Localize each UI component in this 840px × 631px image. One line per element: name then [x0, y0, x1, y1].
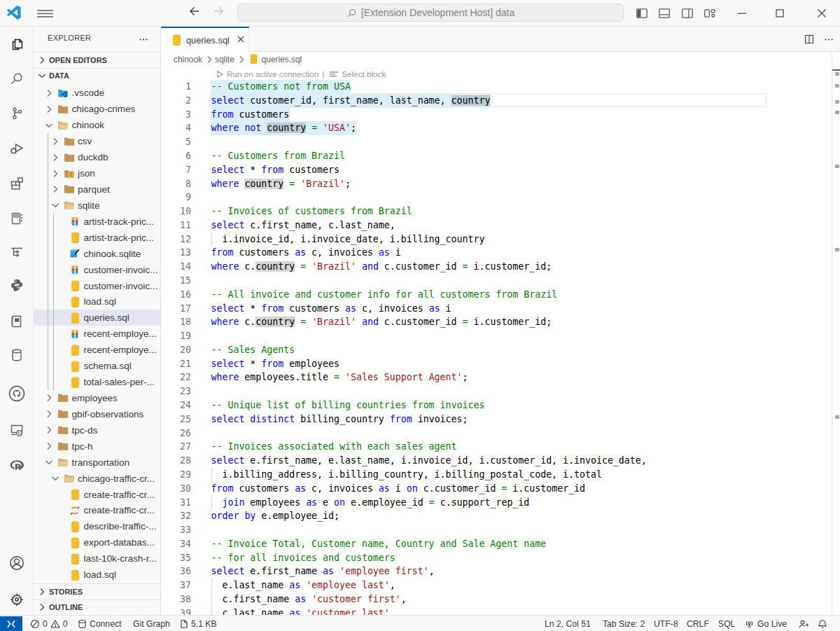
- activity-scm[interactable]: [8, 105, 25, 122]
- problems[interactable]: 00: [30, 616, 68, 631]
- tab-queries.sql[interactable]: queries.sql: [161, 27, 249, 52]
- tree-item-export-databas...[interactable]: export-databas...: [34, 534, 160, 550]
- open-editors[interactable]: OPEN EDITORS: [34, 52, 160, 67]
- tree-item-duckdb[interactable]: duckdb: [34, 149, 160, 165]
- go-live[interactable]: Go Live: [744, 616, 787, 631]
- settings[interactable]: [8, 591, 25, 608]
- section-outline[interactable]: OUTLINE: [34, 599, 160, 615]
- vscode-logo: [7, 6, 21, 22]
- tree-item-tpc-h[interactable]: tpc-h: [34, 438, 160, 455]
- titlebar: [Extension Development Host] data: [0, 0, 840, 27]
- sidebar-explorer: EXPLORER OPEN EDITORS DATA .vscode chica…: [34, 27, 161, 615]
- activity-python[interactable]: [8, 277, 25, 293]
- feedback[interactable]: [798, 616, 809, 631]
- activity-book[interactable]: [8, 313, 25, 330]
- tree-item-last-10k-crash-r...[interactable]: last-10k-crash-r...: [34, 550, 160, 567]
- tree-item-chicago-traffic-cr...[interactable]: chicago-traffic-cr...: [34, 471, 160, 487]
- tree-item-create-traffic-cr...[interactable]: create-traffic-cr...: [34, 502, 160, 518]
- code-area: Run on active connection|Select block 1-…: [161, 67, 840, 615]
- activity-explorer[interactable]: [8, 36, 25, 53]
- toggle-panel[interactable]: [655, 4, 673, 22]
- tree-item-json[interactable]: {}json: [34, 165, 160, 181]
- tree-item-parquet[interactable]: parquet: [34, 181, 160, 197]
- notifications[interactable]: [818, 616, 827, 631]
- tree-item-gbif-observations[interactable]: gbif-observations: [34, 406, 160, 422]
- tree-item-.vscode[interactable]: .vscode: [34, 85, 160, 102]
- tree-item-sqlite[interactable]: sqlite: [34, 197, 160, 214]
- tree-item-customer-invoic...[interactable]: customer-invoic...: [34, 262, 160, 278]
- tree-item-recent-employe...[interactable]: recent-employe...: [34, 326, 160, 342]
- codelens[interactable]: Run on active connection|Select block: [213, 68, 386, 81]
- tree-item-load.sql[interactable]: load.sql: [34, 567, 160, 583]
- customize-layout[interactable]: [701, 4, 719, 22]
- tree-item-create-traffic-cr...[interactable]: create-traffic-cr...: [34, 487, 160, 503]
- file-tree: .vscode chicago-crimes chinook csv duckd…: [34, 85, 160, 583]
- tree-item-describe-traffic-...[interactable]: describe-traffic-...: [34, 518, 160, 534]
- account[interactable]: [8, 555, 25, 571]
- activity-extensions[interactable]: [8, 175, 25, 192]
- toggle-secondary-sidebar[interactable]: [678, 4, 696, 22]
- tree-item-chinook[interactable]: chinook: [34, 117, 160, 133]
- toggle-sidebar[interactable]: [633, 4, 651, 22]
- command-center[interactable]: [Extension Development Host] data: [237, 4, 624, 22]
- menu-toggle[interactable]: [37, 8, 53, 20]
- tree-item-load.sql[interactable]: load.sql: [34, 293, 160, 310]
- minimize[interactable]: [733, 4, 751, 22]
- eol[interactable]: CRLF: [687, 616, 709, 631]
- tree-item-total-sales-per-...[interactable]: total-sales-per-...: [34, 374, 160, 390]
- tab-size[interactable]: Tab Size: 2: [603, 616, 645, 631]
- git-graph[interactable]: Git Graph: [133, 616, 170, 631]
- activity-github[interactable]: [8, 385, 25, 402]
- tree-item-queries.sql[interactable]: queries.sql: [34, 310, 160, 326]
- vscode-window: [Extension Development Host] data EXPLOR…: [0, 0, 840, 631]
- tree-item-artist-track-pric...[interactable]: artist-track-pric...: [34, 230, 160, 246]
- breadcrumbs: chinooksqlitequeries.sql: [161, 52, 840, 67]
- tree-item-recent-employe...[interactable]: recent-employe...: [34, 342, 160, 358]
- section-data[interactable]: DATA: [34, 68, 160, 83]
- tabs: queries.sql: [161, 27, 840, 52]
- svg-text:{}: {}: [66, 170, 75, 178]
- tree-item-artist-track-pric...[interactable]: artist-track-pric...: [34, 214, 160, 230]
- activitybar: [0, 27, 34, 615]
- activity-pipeline[interactable]: [8, 244, 25, 261]
- tree-item-chinook.sqlite[interactable]: chinook.sqlite: [34, 246, 160, 262]
- split-editor[interactable]: [804, 34, 815, 48]
- language[interactable]: SQL: [718, 616, 735, 631]
- activity-debug[interactable]: [8, 140, 25, 157]
- tree-item-csv[interactable]: csv: [34, 133, 160, 149]
- file-size[interactable]: 5.1 KB: [179, 616, 217, 631]
- section-stories[interactable]: STORIES: [34, 583, 160, 599]
- activity-r-lang[interactable]: [8, 457, 25, 473]
- nav-forward[interactable]: [211, 4, 226, 22]
- editor-group: queries.sql chinooksqlitequeries.sql Run…: [161, 27, 840, 615]
- cursor-position[interactable]: Ln 2, Col 51: [545, 616, 591, 631]
- activity-database[interactable]: [8, 347, 25, 363]
- tree-item-employees[interactable]: employees: [34, 390, 160, 406]
- activity-remote[interactable]: [8, 422, 25, 438]
- tree-item-transportation[interactable]: transportation: [34, 455, 160, 471]
- encoding[interactable]: UTF-8: [654, 616, 678, 631]
- tree-item-tpc-ds[interactable]: tpc-ds: [34, 422, 160, 438]
- maximize[interactable]: [771, 4, 789, 22]
- activity-search[interactable]: [8, 70, 25, 87]
- statusbar: 00 Connect Git Graph 5.1 KB Ln 2, Col 51…: [0, 615, 840, 631]
- editor-more[interactable]: [823, 34, 834, 48]
- tree-item-customer-invoic...[interactable]: customer-invoic...: [34, 278, 160, 294]
- nav-back[interactable]: [187, 4, 202, 22]
- remote-indicator[interactable]: [0, 616, 22, 631]
- tree-item-schema.sql[interactable]: schema.sql: [34, 358, 160, 374]
- close[interactable]: [813, 4, 831, 22]
- explorer-more[interactable]: [138, 34, 149, 48]
- tree-item-chicago-crimes[interactable]: chicago-crimes: [34, 101, 160, 117]
- connect[interactable]: Connect: [78, 616, 121, 631]
- activity-notebook[interactable]: [8, 210, 25, 227]
